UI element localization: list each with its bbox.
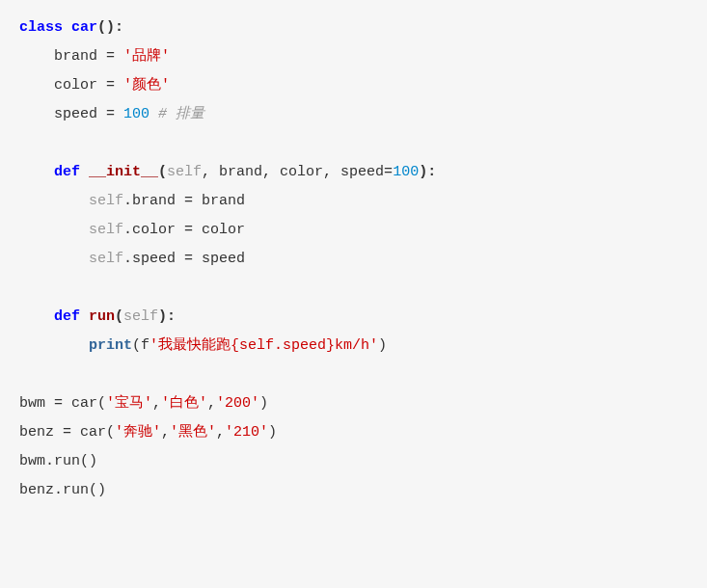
print-open: (f: [132, 337, 150, 354]
attr-brand: brand: [54, 48, 97, 65]
call-benz-run: benz.run(): [19, 482, 106, 498]
code-block: class car(): brand = '品牌' color = '颜色' s…: [0, 0, 707, 519]
string-brand: '品牌': [123, 48, 170, 65]
builtin-print: print: [89, 337, 132, 354]
str-bz-speed: '210': [225, 424, 268, 441]
method-run: run: [89, 308, 115, 325]
close-paren: ): [259, 395, 268, 412]
op-eq: =: [97, 106, 123, 122]
print-close: ): [378, 337, 387, 354]
keyword-def: def: [54, 308, 80, 325]
string-color: '颜色': [123, 77, 170, 94]
param-self: self: [167, 164, 202, 180]
attr-color: color: [54, 77, 97, 94]
comma: ,: [216, 424, 225, 441]
paren: ():: [97, 19, 123, 36]
assign-speed: .speed = speed: [123, 251, 245, 267]
self-ref: self: [89, 193, 123, 209]
str-bmw-speed: '200': [216, 395, 259, 412]
paren-open: (: [158, 164, 167, 180]
call-bwm-run: bwm.run(): [19, 453, 97, 469]
str-bmw-color: '白色': [161, 395, 207, 412]
comma: ,: [161, 424, 170, 441]
op-eq: =: [97, 48, 123, 65]
number-100: 100: [123, 106, 150, 122]
var-benz: benz = car(: [19, 424, 115, 441]
paren-close: ):: [158, 308, 176, 325]
str-bmw-brand: '宝马': [106, 395, 152, 412]
param-self: self: [123, 308, 158, 325]
params-rest: , brand, color, speed=: [202, 164, 393, 180]
assign-brand: .brand = brand: [123, 193, 245, 209]
str-bz-color: '黑色': [170, 424, 216, 441]
default-100: 100: [393, 164, 419, 180]
paren-open: (: [115, 308, 123, 325]
var-bwm: bwm = car(: [19, 395, 106, 412]
comment-speed: # 排量: [150, 106, 204, 122]
str-bz-brand: '奔驰': [115, 424, 161, 441]
comma: ,: [207, 395, 216, 412]
attr-speed: speed: [54, 106, 97, 122]
self-ref: self: [89, 251, 123, 267]
keyword-class: class: [19, 19, 63, 36]
assign-color: .color = color: [123, 222, 245, 238]
op-eq: =: [97, 77, 123, 94]
class-name: car: [71, 19, 97, 36]
fstring: '我最快能跑{self.speed}km/h': [150, 337, 378, 354]
paren-close: ):: [419, 164, 436, 180]
comma: ,: [152, 395, 161, 412]
keyword-def: def: [54, 164, 80, 180]
self-ref: self: [89, 222, 123, 238]
method-init: __init__: [89, 164, 158, 180]
close-paren: ): [268, 424, 277, 441]
